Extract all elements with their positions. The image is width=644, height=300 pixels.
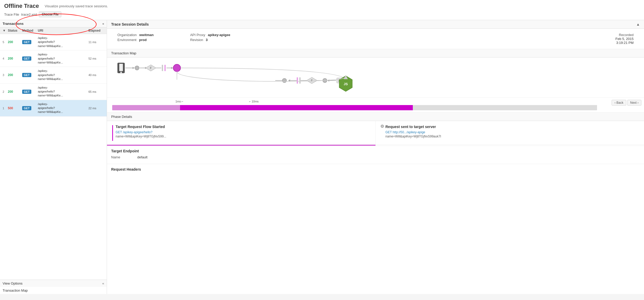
phase1-text: name=Will&apiKey=Wj8TGjNvS99... (116, 135, 166, 138)
col-num-header: ▼ (3, 29, 8, 32)
svg-text:F: F (311, 79, 313, 82)
svg-rect-27 (299, 77, 301, 84)
choose-file-button[interactable]: Choose File (39, 11, 61, 17)
trace-file-label: Trace File (4, 13, 19, 16)
svg-marker-3 (133, 67, 135, 69)
svg-point-1 (120, 72, 122, 73)
col-status-header: Status (8, 29, 22, 32)
timeline-label-1ms: 1ms ⌐ (175, 100, 183, 103)
phase2-title: Request sent to target server (385, 125, 441, 129)
back-button[interactable]: ‹ Back (612, 100, 626, 106)
name-value: default (137, 155, 147, 159)
view-options-collapse[interactable]: « (102, 281, 104, 285)
svg-rect-0 (119, 64, 123, 71)
transactions-label: Transactions (3, 22, 23, 26)
recorded-time: 3:19:21 PM (616, 41, 634, 45)
next-button[interactable]: Next › (627, 100, 641, 106)
phase-card-2: Request sent to target server GET http:/… (375, 121, 644, 145)
transaction-map-label: Transaction Map (111, 51, 136, 55)
collapse-right-icon[interactable]: ▲ (636, 22, 640, 26)
organization-value: wwitman (139, 33, 154, 37)
table-row[interactable]: 1 500 GET /apikey-apigee/hello?name=Will… (0, 100, 107, 117)
revision-label: Revision (190, 38, 203, 42)
trace-session-details-label: Trace Session Details (111, 22, 149, 26)
phase-dot (381, 125, 384, 128)
svg-text:JS: JS (344, 82, 348, 86)
phase2-text: name=Will&apiKey=Wj8TGjNvS99auk7I (385, 135, 441, 138)
recorded-label: Recorded (619, 33, 634, 37)
col-method-header: Method (22, 29, 38, 32)
svg-point-14 (173, 64, 181, 72)
transaction-map-option: Transaction Map (3, 289, 28, 292)
col-uri-header: URI (38, 29, 88, 32)
svg-rect-11 (164, 65, 166, 71)
svg-text:F: F (150, 66, 152, 70)
api-proxy-value: apikey-apigee (208, 33, 230, 37)
svg-rect-26 (297, 77, 298, 84)
view-options-label: View Options (3, 281, 22, 285)
target-endpoint-label: Target Endpoint (111, 149, 640, 153)
name-label: Name (111, 155, 132, 159)
phase-details-label: Phase Details (111, 115, 132, 119)
flow-diagram: F (112, 60, 639, 94)
collapse-button[interactable]: « (102, 22, 104, 26)
request-headers-label: Request Headers (111, 167, 640, 171)
svg-rect-10 (162, 65, 163, 71)
table-row[interactable]: 5 200 GET /apikey-apigee/hello?name=Will… (0, 34, 107, 50)
phase1-title: Target Request Flow Started (116, 125, 166, 129)
organization-label: Organization (117, 33, 137, 37)
svg-point-30 (282, 78, 287, 83)
table-row[interactable]: 4 200 GET /apikey-apigee/hello?name=Will… (0, 50, 107, 67)
svg-marker-13 (171, 67, 173, 69)
svg-point-4 (135, 66, 139, 70)
page-subtitle: Visualize previously saved trace session… (45, 4, 108, 8)
phase1-link[interactable]: GET /apikey-apigee/hello? (116, 130, 166, 134)
phase-card-1: Target Request Flow Started GET /apikey-… (107, 121, 375, 145)
page-title: Offline Trace (4, 3, 39, 9)
environment-value: prod (139, 38, 147, 42)
revision-value: 3 (206, 38, 207, 42)
trace-file-name: trace2.xml (21, 13, 37, 16)
table-row[interactable]: 3 200 GET /apikey-apigee/hello?name=Will… (0, 67, 107, 83)
environment-label: Environment (117, 38, 136, 42)
recorded-date: Feb 5, 2015 (616, 37, 634, 41)
table-row[interactable]: 2 200 GET /apikey-apigee/hello?name=Will… (0, 84, 107, 100)
api-proxy-label: API Proxy (190, 33, 205, 37)
phase2-link[interactable]: GET http://50.../apikey-apige (385, 130, 441, 134)
timeline-label-10ms: ⌐ 10ms (249, 100, 259, 103)
col-elapsed-header: Elapsed (88, 29, 104, 32)
